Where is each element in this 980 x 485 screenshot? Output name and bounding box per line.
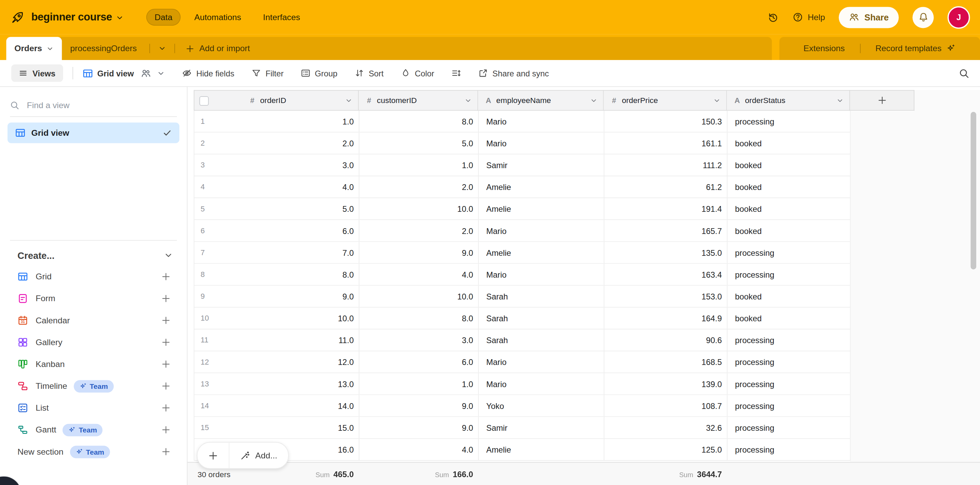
cell-employeeName[interactable]: Sarah — [479, 286, 604, 307]
table-row[interactable]: 5 5.0 10.0 Amelie 191.4 booked — [194, 198, 851, 220]
cell-orderID[interactable]: 8 8.0 — [194, 264, 360, 285]
add-field-button[interactable] — [850, 90, 915, 111]
column-header-customerID[interactable]: #customerID — [359, 90, 478, 111]
cell-orderPrice[interactable]: 61.2 — [604, 177, 727, 197]
hide-fields-button[interactable]: Hide fields — [182, 68, 234, 78]
create-view-timeline[interactable]: Timeline Team — [0, 375, 187, 397]
cell-orderID[interactable]: 7 7.0 — [194, 242, 360, 263]
chevron-down-icon[interactable] — [116, 14, 124, 22]
cell-orderPrice[interactable]: 153.0 — [604, 286, 727, 307]
cell-orderPrice[interactable]: 32.6 — [604, 417, 727, 438]
cell-orderStatus[interactable]: booked — [728, 198, 851, 219]
cell-customerID[interactable]: 4.0 — [360, 264, 479, 285]
create-view-calendar[interactable]: Calendar — [0, 309, 187, 331]
cell-orderStatus[interactable]: booked — [728, 220, 851, 241]
column-header-employeeName[interactable]: AemployeeName — [478, 90, 603, 111]
cell-employeeName[interactable]: Mario — [479, 351, 604, 372]
chevron-down-icon[interactable] — [345, 97, 353, 104]
cell-orderPrice[interactable]: 163.4 — [604, 264, 727, 285]
current-view-button[interactable]: Grid view — [82, 68, 165, 78]
table-row[interactable]: 16 16.0 4.0 Amelie 125.0 processing — [194, 439, 851, 461]
chevron-down-icon[interactable] — [465, 97, 472, 104]
cell-orderID[interactable]: 5 5.0 — [194, 198, 360, 219]
cell-employeeName[interactable]: Mario — [479, 111, 604, 132]
sum-orderID[interactable]: Sum 465.0 — [315, 463, 353, 485]
cell-customerID[interactable]: 8.0 — [360, 308, 479, 329]
cell-orderStatus[interactable]: processing — [728, 242, 851, 263]
plus-icon[interactable] — [161, 316, 170, 325]
table-row[interactable]: 7 7.0 9.0 Amelie 135.0 processing — [194, 242, 851, 264]
table-row[interactable]: 2 2.0 5.0 Mario 161.1 booked — [194, 133, 851, 154]
column-header-orderStatus[interactable]: AorderStatus — [727, 90, 850, 111]
cell-orderStatus[interactable]: processing — [728, 111, 851, 132]
tab-interfaces[interactable]: Interfaces — [255, 9, 308, 25]
plus-icon[interactable] — [161, 338, 170, 347]
cell-orderID[interactable]: 9 9.0 — [194, 286, 360, 307]
cell-orderStatus[interactable]: processing — [728, 351, 851, 372]
find-view-input[interactable] — [25, 100, 140, 110]
group-button[interactable]: Group — [301, 68, 337, 78]
chevron-down-icon[interactable] — [590, 97, 597, 104]
cell-orderID[interactable]: 14 14.0 — [194, 395, 360, 416]
plus-icon[interactable] — [161, 359, 170, 369]
tab-automations[interactable]: Automations — [186, 9, 249, 25]
cell-customerID[interactable]: 2.0 — [360, 220, 479, 241]
share-button[interactable]: Share — [839, 6, 899, 28]
table-row[interactable]: 12 12.0 6.0 Mario 168.5 processing — [194, 351, 851, 373]
cell-orderPrice[interactable]: 168.5 — [604, 351, 727, 372]
cell-orderID[interactable]: 15 15.0 — [194, 417, 360, 438]
plus-icon[interactable] — [161, 381, 170, 391]
cell-customerID[interactable]: 2.0 — [360, 177, 479, 197]
table-row[interactable]: 4 4.0 2.0 Amelie 61.2 booked — [194, 177, 851, 198]
chevron-down-icon[interactable] — [836, 97, 843, 104]
cell-orderPrice[interactable]: 191.4 — [604, 198, 727, 219]
cell-orderStatus[interactable]: processing — [728, 439, 851, 460]
table-row[interactable]: 8 8.0 4.0 Mario 163.4 processing — [194, 264, 851, 285]
cell-orderPrice[interactable]: 108.7 — [604, 395, 727, 416]
views-button[interactable]: Views — [11, 64, 63, 82]
cell-customerID[interactable]: 9.0 — [360, 417, 479, 438]
cell-customerID[interactable]: 4.0 — [360, 439, 479, 460]
create-section-header[interactable]: Create... — [0, 241, 187, 266]
cell-orderID[interactable]: 12 12.0 — [194, 351, 360, 372]
cell-orderPrice[interactable]: 164.9 — [604, 308, 727, 329]
cell-orderStatus[interactable]: booked — [728, 286, 851, 307]
table-row[interactable]: 6 6.0 2.0 Mario 165.7 booked — [194, 220, 851, 242]
cell-orderID[interactable]: 13 13.0 — [194, 373, 360, 394]
sum-orderPrice[interactable]: Sum 3644.7 — [679, 463, 722, 485]
assistant-fab[interactable] — [0, 477, 21, 485]
all-tables-chevron-icon[interactable] — [154, 45, 170, 52]
create-new-section[interactable]: New section Team — [0, 440, 187, 463]
tab-data[interactable]: Data — [146, 9, 180, 25]
filter-button[interactable]: Filter — [251, 68, 284, 78]
create-view-gantt[interactable]: Gantt Team — [0, 419, 187, 440]
cell-orderPrice[interactable]: 90.6 — [604, 329, 727, 351]
cell-employeeName[interactable]: Mario — [479, 264, 604, 285]
record-templates-button[interactable]: Record templates — [865, 44, 966, 53]
cell-orderID[interactable]: 6 6.0 — [194, 220, 360, 241]
cell-employeeName[interactable]: Amelie — [479, 177, 604, 197]
cell-employeeName[interactable]: Sarah — [479, 329, 604, 351]
avatar[interactable]: J — [948, 6, 970, 28]
vertical-scrollbar[interactable] — [971, 112, 976, 269]
cell-orderStatus[interactable]: booked — [728, 308, 851, 329]
cell-customerID[interactable]: 3.0 — [360, 329, 479, 351]
cell-employeeName[interactable]: Samir — [479, 154, 604, 176]
create-view-grid[interactable]: Grid — [0, 266, 187, 288]
table-tab-orders[interactable]: Orders — [6, 37, 62, 60]
help-button[interactable]: Help — [793, 12, 825, 22]
column-header-orderPrice[interactable]: #orderPrice — [604, 90, 727, 111]
share-and-sync-button[interactable]: Share and sync — [478, 68, 549, 78]
cell-customerID[interactable]: 5.0 — [360, 133, 479, 154]
cell-employeeName[interactable]: Mario — [479, 220, 604, 241]
plus-icon[interactable] — [161, 272, 170, 281]
sidebar-view-grid-view[interactable]: Grid view — [8, 122, 179, 143]
cell-employeeName[interactable]: Mario — [479, 133, 604, 154]
extensions-button[interactable]: Extensions — [793, 44, 855, 53]
table-row[interactable]: 14 14.0 9.0 Yoko 108.7 processing — [194, 395, 851, 417]
table-row[interactable]: 15 15.0 9.0 Samir 32.6 processing — [194, 417, 851, 439]
cell-orderID[interactable]: 4 4.0 — [194, 177, 360, 197]
cell-orderPrice[interactable]: 111.2 — [604, 154, 727, 176]
cell-orderPrice[interactable]: 135.0 — [604, 242, 727, 263]
cell-orderStatus[interactable]: processing — [728, 264, 851, 285]
